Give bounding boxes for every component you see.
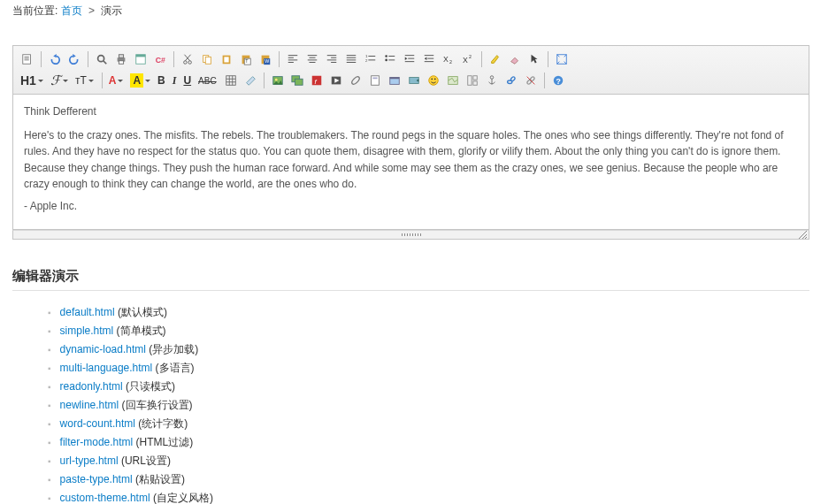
link-icon[interactable] — [502, 72, 520, 89]
insertfile-icon[interactable] — [386, 72, 403, 89]
italic-button[interactable]: I — [171, 72, 180, 89]
svg-point-12 — [184, 61, 188, 65]
attachment-icon[interactable] — [366, 72, 384, 89]
codeformat-icon[interactable]: C# — [151, 50, 169, 68]
content-signature: - Apple Inc. — [24, 198, 798, 215]
fontfamily-dropdown[interactable]: ℱ — [49, 72, 72, 89]
editor-content-area[interactable]: Think Defferent Here's to the crazy ones… — [13, 95, 809, 229]
source-icon[interactable] — [19, 50, 36, 68]
list-item: newline.html (回车换行设置) — [48, 396, 809, 415]
svg-point-4 — [98, 56, 104, 62]
alignleft-icon[interactable] — [284, 50, 302, 68]
indent-icon[interactable] — [401, 50, 418, 68]
svg-text:2: 2 — [469, 54, 472, 59]
breadcrumb-current: 演示 — [101, 4, 122, 17]
more-icon[interactable] — [405, 72, 423, 89]
pointer-icon[interactable] — [525, 50, 543, 68]
heading-dropdown[interactable]: H1 — [19, 72, 47, 89]
demo-link[interactable]: readonly.html — [60, 380, 123, 393]
demo-link[interactable]: url-type.html — [60, 454, 119, 467]
svg-rect-77 — [389, 78, 399, 80]
copy-icon[interactable] — [198, 50, 216, 68]
outdent-icon[interactable] — [420, 50, 438, 68]
print-icon[interactable] — [112, 50, 130, 68]
demo-link[interactable]: custom-theme.html — [60, 492, 150, 504]
breadcrumb-sep: > — [88, 4, 95, 17]
eraser-icon[interactable] — [506, 50, 524, 68]
bold-button[interactable]: B — [156, 72, 169, 89]
demo-link[interactable]: simple.html — [60, 325, 114, 337]
demo-link[interactable]: newline.html — [60, 399, 119, 411]
multiimage-icon[interactable] — [288, 72, 306, 89]
pasteplain-icon[interactable]: W — [257, 50, 274, 68]
svg-point-13 — [188, 61, 192, 65]
demo-link[interactable]: word-count.html — [60, 417, 135, 430]
table-icon[interactable] — [222, 72, 240, 89]
svg-text:?: ? — [556, 77, 560, 86]
demo-desc: (自定义风格) — [150, 492, 213, 504]
list-item: multi-language.html (多语言) — [48, 359, 809, 378]
svg-rect-17 — [205, 57, 211, 64]
list-item: filter-mode.html (HTML过滤) — [48, 433, 809, 452]
demo-desc: (回车换行设置) — [119, 399, 192, 411]
about-icon[interactable]: ? — [549, 72, 567, 89]
demo-link[interactable]: filter-mode.html — [60, 436, 134, 448]
strike-button[interactable]: ABC — [196, 72, 220, 89]
redo-icon[interactable] — [65, 50, 83, 68]
subscript-icon[interactable]: X2 — [440, 50, 457, 68]
demo-link[interactable]: dynamic-load.html — [60, 343, 146, 355]
fullscreen-icon[interactable] — [553, 50, 571, 68]
layout-icon[interactable] — [464, 72, 481, 89]
breadcrumb-home-link[interactable]: 首页 — [61, 4, 82, 17]
svg-line-5 — [104, 61, 107, 65]
svg-point-86 — [490, 76, 494, 80]
forecolor-dropdown[interactable]: A — [107, 72, 127, 89]
demo-link[interactable]: paste-type.html — [60, 473, 133, 485]
demo-link[interactable]: default.html — [60, 306, 115, 318]
map-icon[interactable] — [444, 72, 462, 89]
section-heading: 编辑器演示 — [12, 268, 809, 291]
editor-resize-handle[interactable] — [12, 230, 809, 240]
list-item: default.html (默认模式) — [48, 303, 809, 322]
list-item: url-type.html (URL设置) — [48, 452, 809, 470]
demo-list: default.html (默认模式)simple.html (简单模式)dyn… — [48, 303, 809, 504]
svg-rect-83 — [467, 76, 471, 86]
orderedlist-icon[interactable]: 12 — [362, 50, 380, 68]
alignright-icon[interactable] — [323, 50, 341, 68]
emoji-icon[interactable] — [425, 72, 442, 89]
alignjustify-icon[interactable] — [342, 50, 360, 68]
media-icon[interactable] — [327, 72, 345, 89]
svg-point-73 — [350, 75, 360, 85]
image-icon[interactable] — [269, 72, 287, 89]
preview-icon[interactable] — [93, 50, 111, 68]
demo-desc: (只读模式) — [123, 380, 175, 393]
superscript-icon[interactable]: X2 — [459, 50, 477, 68]
aligncenter-icon[interactable] — [303, 50, 321, 68]
highlighter-icon[interactable] — [487, 50, 504, 68]
rich-text-editor: C# T W 12 X2 X2 — [12, 45, 809, 230]
cut-icon[interactable] — [179, 50, 196, 68]
removeformat-icon[interactable] — [242, 72, 259, 89]
breadcrumb: 当前位置: 首页 > 演示 — [12, 0, 809, 24]
undo-icon[interactable] — [46, 50, 64, 68]
pasteword-icon[interactable]: T — [237, 50, 255, 68]
svg-rect-0 — [23, 55, 31, 65]
resize-corner-icon[interactable] — [797, 229, 808, 240]
svg-point-80 — [431, 78, 433, 80]
fontsize-dropdown[interactable]: тT — [73, 72, 97, 89]
paste-icon[interactable] — [218, 50, 235, 68]
backcolor-dropdown[interactable]: A — [128, 72, 154, 89]
content-body: Here's to the crazy ones. The misfits. T… — [24, 127, 798, 193]
svg-line-97 — [805, 237, 807, 239]
svg-rect-7 — [119, 55, 123, 58]
anchor-icon[interactable] — [483, 72, 501, 89]
demo-link[interactable]: multi-language.html — [60, 362, 153, 374]
unlink-icon[interactable] — [522, 72, 540, 89]
flash-icon[interactable]: f — [308, 72, 326, 89]
list-item: word-count.html (统计字数) — [48, 415, 809, 433]
unorderedlist-icon[interactable] — [381, 50, 399, 68]
svg-point-79 — [428, 76, 438, 86]
underline-button[interactable]: U — [181, 72, 195, 89]
file-icon[interactable] — [347, 72, 364, 89]
template-icon[interactable] — [132, 50, 150, 68]
